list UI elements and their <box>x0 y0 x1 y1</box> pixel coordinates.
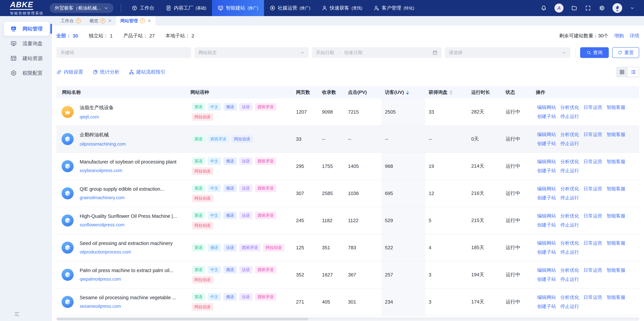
close-icon[interactable]: ✕ <box>148 18 151 23</box>
toolbar-link-pie[interactable]: 统计分析 <box>92 69 120 75</box>
action-link[interactable]: 创建子站 <box>537 113 556 120</box>
site-domain-link[interactable]: oilproductionprocess.com <box>80 250 131 255</box>
quota-detail-link[interactable]: 详情 <box>630 32 639 39</box>
action-link[interactable]: 编辑网站 <box>537 131 556 138</box>
site-count-filter[interactable]: 全部：30 <box>56 32 78 39</box>
action-link[interactable]: 停止运行 <box>560 195 579 201</box>
list-view-button[interactable] <box>628 67 639 77</box>
user-avatar[interactable] <box>612 3 622 13</box>
site-status-select[interactable]: 网站状态 <box>194 47 308 58</box>
date-range-picker[interactable]: 开始日期 - 结束日期 <box>312 47 442 58</box>
action-link[interactable]: 停止运行 <box>560 140 579 147</box>
nav-item-person2[interactable]: 客户管理(转化) <box>368 0 420 16</box>
site-count-filter[interactable]: 产品子站：27 <box>123 32 155 39</box>
sidebar-collapse-icon[interactable] <box>14 311 20 317</box>
action-link[interactable]: 创建子站 <box>537 249 556 255</box>
action-link[interactable]: 智能客服 <box>606 158 626 165</box>
action-link[interactable]: 分析优化 <box>560 131 579 138</box>
site-domain-link[interactable]: sesameoilpress.com <box>80 304 121 309</box>
action-link[interactable]: 创建子站 <box>537 222 556 228</box>
action-link[interactable]: 日常运营 <box>584 186 602 192</box>
nav-item-workbench[interactable]: 工作台 <box>126 0 160 16</box>
column-header[interactable]: 访客(UV) <box>382 89 425 95</box>
toolbar-link-link[interactable]: 内链设置 <box>56 69 83 75</box>
action-link[interactable]: 日常运营 <box>584 213 602 219</box>
action-link[interactable]: 分析优化 <box>560 104 579 111</box>
user-menu-chevron-icon[interactable] <box>630 6 634 10</box>
action-link[interactable]: 日常运营 <box>584 131 602 138</box>
settings-gear-icon[interactable] <box>599 5 605 11</box>
action-link[interactable]: 停止运行 <box>560 168 579 174</box>
action-link[interactable]: 创建子站 <box>537 303 556 310</box>
action-link[interactable]: 编辑网站 <box>537 240 556 246</box>
action-link[interactable]: 停止运行 <box>560 303 579 310</box>
action-link[interactable]: 分析优化 <box>560 267 579 274</box>
nav-item-social[interactable]: 社媒运营(推广) <box>264 0 316 16</box>
sort-asc-icon[interactable] <box>450 90 452 92</box>
folder-icon[interactable] <box>571 5 577 11</box>
action-link[interactable]: 创建子站 <box>537 168 556 174</box>
action-link[interactable]: 智能客服 <box>606 131 626 138</box>
help-icon[interactable]: ? <box>140 18 145 23</box>
action-link[interactable]: 编辑网站 <box>537 213 556 219</box>
sort-carets[interactable] <box>406 90 409 95</box>
sort-carets[interactable] <box>450 90 452 95</box>
action-link[interactable]: 编辑网站 <box>537 104 556 111</box>
action-link[interactable]: 分析优化 <box>560 240 579 246</box>
nav-item-doc[interactable]: 内容工厂(基础) <box>160 0 212 16</box>
tab-active[interactable]: 网站管理?✕ <box>116 16 156 25</box>
action-link[interactable]: 分析优化 <box>560 294 579 301</box>
toolbar-link-flow[interactable]: 建站流程指引 <box>129 69 165 75</box>
action-link[interactable]: 停止运行 <box>560 249 579 255</box>
action-link[interactable]: 停止运行 <box>560 113 579 120</box>
keyword-input[interactable] <box>56 47 191 58</box>
site-domain-link[interactable]: qiepalmoilpress.com <box>80 277 121 282</box>
action-link[interactable]: 编辑网站 <box>537 158 556 165</box>
action-link[interactable]: 日常运营 <box>584 158 602 165</box>
action-link[interactable]: 编辑网站 <box>537 267 556 274</box>
tab-item[interactable]: 概览?✕ <box>85 16 116 25</box>
close-icon[interactable]: ✕ <box>108 18 112 23</box>
fullscreen-icon[interactable] <box>585 5 591 11</box>
grid-view-button[interactable] <box>616 67 628 77</box>
generic-select[interactable]: 请选择 <box>445 47 570 58</box>
workspace-selector[interactable]: 外贸极客（粮油机械... <box>50 3 114 13</box>
nav-item-person[interactable]: 快速获客(查找) <box>316 0 368 16</box>
sidebar-item-monitor-chart[interactable]: 网站管理 <box>4 22 49 36</box>
site-count-filter[interactable]: 独立站：1 <box>89 32 112 39</box>
action-link[interactable]: 编辑网站 <box>537 186 556 192</box>
action-link[interactable]: 智能客服 <box>606 186 626 192</box>
site-count-filter[interactable]: 本地子站：2 <box>166 32 194 39</box>
action-link[interactable]: 停止运行 <box>560 276 579 283</box>
reset-button[interactable]: 重置 <box>612 47 639 58</box>
help-icon[interactable]: ? <box>100 18 105 23</box>
horizontal-scrollbar-thumb[interactable] <box>57 318 308 320</box>
action-link[interactable]: 停止运行 <box>560 222 579 228</box>
site-domain-link[interactable]: sunfloweroilpress.com <box>80 222 124 228</box>
sort-desc-icon[interactable] <box>406 93 409 95</box>
action-link[interactable]: 智能客服 <box>606 104 626 111</box>
action-link[interactable]: 智能客服 <box>606 240 626 246</box>
site-domain-link[interactable]: qiejit.com <box>80 114 99 120</box>
tab-item[interactable]: 工作台? <box>56 16 85 25</box>
site-domain-link[interactable]: oilpressmachining.com <box>80 142 126 147</box>
help-icon[interactable]: ? <box>76 18 81 23</box>
action-link[interactable]: 日常运营 <box>584 240 602 246</box>
action-link[interactable]: 编辑网站 <box>537 294 556 301</box>
column-header[interactable]: 获得询盘 <box>425 89 468 95</box>
action-link[interactable]: 分析优化 <box>560 158 579 165</box>
action-link[interactable]: 智能客服 <box>606 213 626 219</box>
action-link[interactable]: 智能客服 <box>606 267 626 274</box>
site-domain-link[interactable]: grainoilmachinery.com <box>80 195 124 200</box>
sidebar-item-browser-code[interactable]: 建站资源 <box>4 51 49 65</box>
ai-assistant-avatar[interactable]: A <box>554 3 564 12</box>
action-link[interactable]: 创建子站 <box>537 140 556 147</box>
action-link[interactable]: 日常运营 <box>584 294 602 301</box>
sort-asc-icon[interactable] <box>406 90 409 92</box>
site-domain-link[interactable]: soybeanoilpress.com <box>80 168 122 173</box>
notifications-bell-icon[interactable] <box>541 5 547 11</box>
buy-more-link[interactable]: 增购 <box>614 32 624 39</box>
action-link[interactable]: 日常运营 <box>584 104 602 111</box>
search-button[interactable]: 查询 <box>580 47 609 58</box>
sidebar-item-hex-gear[interactable]: 权限配置 <box>4 66 49 80</box>
